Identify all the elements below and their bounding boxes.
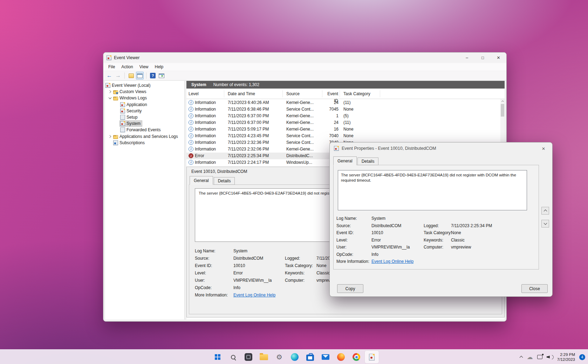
taskbar-icon-start[interactable]: [211, 351, 225, 363]
tree-item[interactable]: Security: [105, 108, 184, 114]
tray-overflow-chevron-icon[interactable]: [520, 356, 523, 358]
tree-item[interactable]: Event Viewer (Local): [105, 82, 184, 89]
table-row[interactable]: Information 7/11/2023 6:37:00 PM Kernel-…: [186, 119, 500, 126]
taskbar-icon-chrome[interactable]: [349, 351, 363, 363]
taskbar-icon-mail[interactable]: [319, 351, 333, 363]
taskbar-icon-firefox[interactable]: [334, 351, 348, 363]
taskbar-apps: [211, 350, 379, 364]
scrollbar-thumb[interactable]: [501, 104, 504, 117]
taskbar-icon-edge[interactable]: [288, 351, 302, 363]
toolbar-separator: [124, 72, 125, 79]
tree-item-label: Security: [127, 108, 142, 113]
network-icon[interactable]: [537, 355, 542, 359]
tree-item[interactable]: Application: [105, 102, 184, 108]
preview-tab-general[interactable]: General: [190, 176, 213, 185]
taskbar-clock[interactable]: 2:29 PM 7/12/2023: [557, 352, 575, 362]
table-row[interactable]: Information 7/11/2023 4:23:45 PM Service…: [186, 132, 500, 139]
dialog-tab-general[interactable]: General: [333, 156, 357, 165]
console-tree-toggle-button[interactable]: [136, 72, 144, 79]
taskbar-icon-file-explorer[interactable]: [257, 351, 271, 363]
column-header-source[interactable]: Source: [283, 90, 322, 97]
tree-item[interactable]: Subscriptions: [105, 140, 184, 146]
source-cell: Kernel-Gene...: [283, 120, 322, 125]
help-button[interactable]: ?: [149, 72, 157, 79]
tree-expand-chevron-icon[interactable]: [107, 91, 113, 93]
onedrive-cloud-icon[interactable]: [527, 354, 533, 360]
table-row[interactable]: Information 7/11/2023 6:38:46 PM Service…: [186, 106, 500, 112]
level-icon: [189, 133, 193, 138]
field-label: OpCode:: [336, 252, 371, 257]
table-row[interactable]: Information 7/11/2023 5:09:17 PM Kernel-…: [186, 126, 500, 132]
event-id-cell: 24: [322, 100, 340, 105]
table-row[interactable]: Information 7/12/2023 6:40:26 AM Kernel-…: [186, 99, 500, 106]
taskbar-icon-settings[interactable]: [272, 351, 286, 363]
dialog-title-bar: Event Properties - Event 10010, Distribu…: [330, 142, 552, 154]
menu-help[interactable]: Help: [152, 63, 167, 70]
export-button[interactable]: [127, 72, 135, 79]
maximize-button[interactable]: □: [475, 52, 491, 63]
column-header-event-id[interactable]: Event ID: [322, 90, 340, 97]
scrollbar-up-arrow-icon[interactable]: [500, 99, 505, 103]
taskbar-icon-search[interactable]: [226, 351, 240, 363]
close-button[interactable]: ✕: [491, 52, 506, 63]
tree-expand-chevron-icon[interactable]: [107, 97, 113, 99]
event-viewer-app-icon: [107, 55, 111, 60]
level-icon: [189, 107, 193, 112]
tree-item-icon: [113, 135, 118, 139]
dialog-message-box[interactable]: The server {8CFC164F-4BE5-4FDD-94E9-E2AF…: [338, 170, 527, 210]
field-label: Event ID:: [336, 230, 371, 235]
column-header-date[interactable]: Date and Time: [224, 90, 283, 97]
minimize-button[interactable]: –: [459, 52, 475, 63]
action-pane-toggle-button[interactable]: [158, 72, 165, 79]
preview-tab-details[interactable]: Details: [214, 177, 235, 185]
level-icon: [189, 127, 193, 132]
volume-icon[interactable]: [547, 355, 553, 359]
menu-file[interactable]: File: [105, 63, 118, 70]
previous-event-button[interactable]: [541, 207, 549, 215]
task-category-cell: None: [340, 107, 380, 112]
notification-badge[interactable]: 4: [579, 354, 585, 360]
field-value: DistributedCOM: [233, 256, 285, 261]
next-event-button[interactable]: [541, 220, 549, 227]
dialog-close-icon[interactable]: ✕: [538, 145, 549, 153]
copy-button[interactable]: Copy: [337, 284, 363, 293]
tree-item-icon: [120, 108, 125, 113]
taskbar-icon-task-view[interactable]: [241, 351, 255, 363]
field-value: VMPREVIEW\m__la: [371, 245, 424, 250]
tree-item-icon: [120, 102, 125, 107]
tree-item[interactable]: Forwarded Events: [105, 127, 184, 133]
menu-view[interactable]: View: [136, 63, 152, 70]
field-value: None: [451, 230, 492, 235]
level-icon: [189, 160, 193, 165]
action-pane-icon: [159, 74, 164, 78]
tree-expand-chevron-icon[interactable]: [107, 135, 113, 138]
menu-action[interactable]: Action: [118, 63, 136, 70]
taskbar-icon-store[interactable]: [303, 351, 317, 363]
tree-item[interactable]: Windows Logs: [105, 95, 184, 101]
back-button[interactable]: ←: [105, 72, 113, 79]
field-value: 7/11/2023 2:25:34 PM: [451, 223, 492, 228]
level-cell: Information: [195, 100, 216, 105]
tree-item[interactable]: System: [105, 120, 184, 127]
forward-button[interactable]: →: [114, 72, 122, 79]
taskbar-icon-event-viewer[interactable]: [365, 351, 379, 363]
close-dialog-button[interactable]: Close: [521, 284, 548, 293]
event-log-online-help-link[interactable]: Event Log Online Help: [233, 293, 285, 298]
field-value: System: [371, 216, 424, 221]
tree-item[interactable]: Applications and Services Logs: [105, 133, 184, 140]
column-header-task-category[interactable]: Task Category: [340, 90, 380, 97]
field-label: Source:: [336, 223, 371, 228]
level-cell: Information: [195, 113, 216, 118]
field-label: More Information:: [336, 259, 371, 264]
task-category-cell: (11): [340, 100, 380, 105]
tree-item[interactable]: Custom Views: [105, 89, 184, 95]
event-log-online-help-link[interactable]: Event Log Online Help: [371, 259, 424, 264]
level-cell: Information: [195, 140, 216, 145]
field-label: Task Category:: [424, 230, 451, 235]
table-row[interactable]: Information 7/11/2023 6:37:00 PM Kernel-…: [186, 112, 500, 119]
column-header-level[interactable]: Level: [186, 90, 224, 97]
console-tree-icon: [137, 74, 143, 78]
dialog-tab-details[interactable]: Details: [357, 158, 379, 165]
tree-item[interactable]: Setup: [105, 114, 184, 120]
level-icon: [189, 153, 193, 158]
